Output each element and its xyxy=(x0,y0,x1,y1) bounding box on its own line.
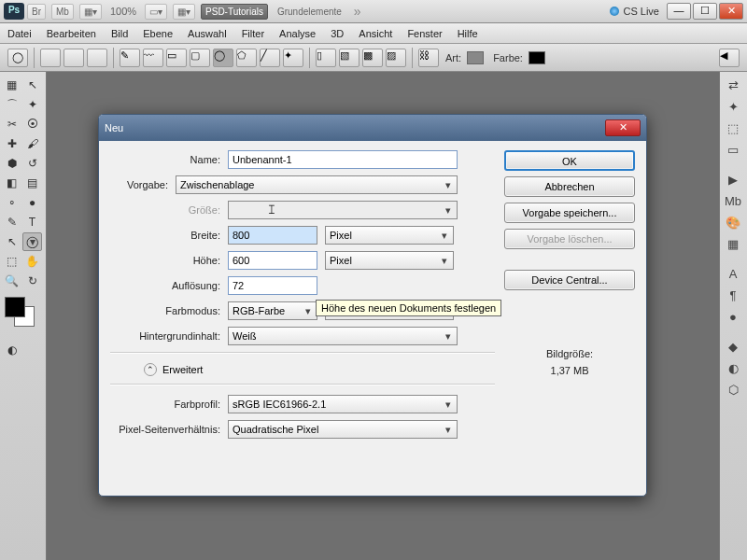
hoehe-input[interactable] xyxy=(228,251,317,270)
line-shape-icon[interactable]: ╱ xyxy=(260,49,280,67)
minimize-button[interactable]: — xyxy=(667,3,691,20)
blur-tool-icon[interactable]: ∘ xyxy=(2,193,21,212)
app-titlebar: Ps Br Mb ▦▾ 100% ▭▾ ▦▾ PSD-Tutorials Gru… xyxy=(0,0,747,23)
pathop-4-icon[interactable]: ▨ xyxy=(386,49,406,67)
lasso-tool-icon[interactable]: ⌒ xyxy=(2,95,21,114)
menu-ansicht[interactable]: Ansicht xyxy=(359,28,392,39)
screen-mode-button[interactable]: ▦▾ xyxy=(79,4,102,20)
breite-unit-select[interactable]: Pixel xyxy=(325,226,454,245)
character-panel-icon[interactable]: A xyxy=(723,264,743,283)
farbmodus-select[interactable]: RGB-Farbe xyxy=(228,301,317,320)
pathop-1-icon[interactable]: ▯ xyxy=(316,49,336,67)
cs-live-button[interactable]: CS Live xyxy=(610,6,659,17)
rectangle-shape-icon[interactable]: ▭ xyxy=(166,49,187,67)
minibridge-panel-icon[interactable]: Mb xyxy=(723,191,743,210)
freeform-pen-icon[interactable]: 〰 xyxy=(143,49,163,67)
hand-tool-icon[interactable]: ✋ xyxy=(22,252,42,271)
view-extras-button[interactable]: ▭▾ xyxy=(145,4,167,20)
minibridge-button[interactable]: Mb xyxy=(51,4,74,20)
menu-filter[interactable]: Filter xyxy=(242,28,264,39)
aufloesung-input[interactable] xyxy=(228,276,317,295)
cancel-button[interactable]: Abbrechen xyxy=(504,176,635,197)
overflow-chevron-icon[interactable]: » xyxy=(354,4,361,19)
pathop-2-icon[interactable]: ▧ xyxy=(339,49,359,67)
history-brush-tool-icon[interactable]: ↺ xyxy=(22,154,42,173)
paths-button[interactable] xyxy=(63,49,84,67)
type-tool-icon[interactable]: T xyxy=(22,213,42,231)
quickmask-icon[interactable]: ◐ xyxy=(2,341,21,359)
hoehe-unit-select[interactable]: Pixel xyxy=(325,251,454,270)
link-icon[interactable]: ⛓ xyxy=(418,49,439,67)
color-panel-icon[interactable]: 🎨 xyxy=(723,213,743,231)
workspace-psd-tutorials-tab[interactable]: PSD-Tutorials xyxy=(201,4,268,20)
navigator-panel-icon[interactable]: ▶ xyxy=(723,170,743,189)
name-input[interactable] xyxy=(228,150,458,169)
dialog-close-button[interactable]: ✕ xyxy=(605,119,641,136)
bridge-button[interactable]: Br xyxy=(27,4,46,20)
styles-panel-icon[interactable]: ⬚ xyxy=(723,119,743,137)
menu-3d[interactable]: 3D xyxy=(331,28,344,39)
active-tool-icon[interactable]: ◯ xyxy=(7,49,28,67)
menu-auswahl[interactable]: Auswahl xyxy=(188,28,227,39)
menu-analyse[interactable]: Analyse xyxy=(279,28,316,39)
menu-bearbeiten[interactable]: Bearbeiten xyxy=(47,28,96,39)
erweitert-toggle[interactable]: ⌃ Erweitert xyxy=(144,363,495,376)
path-select-tool-icon[interactable]: ↖ xyxy=(2,232,21,251)
style-swatch[interactable] xyxy=(467,51,484,64)
shape-tool-icon[interactable]: ◯ xyxy=(22,232,42,251)
rotate-tool-icon[interactable]: ↻ xyxy=(22,272,42,290)
fg-bg-swatch[interactable] xyxy=(5,297,41,334)
wand-tool-icon[interactable]: ✦ xyxy=(22,95,42,114)
vorgabe-select[interactable]: Zwischenablage xyxy=(176,175,458,194)
move-tool-icon[interactable]: ▦ xyxy=(2,76,21,94)
info-panel-icon[interactable]: ● xyxy=(723,307,743,326)
channels-panel-icon[interactable]: ◐ xyxy=(723,358,743,377)
ellipse-shape-icon[interactable]: ◯ xyxy=(213,49,233,67)
pathop-3-icon[interactable]: ▩ xyxy=(362,49,383,67)
save-preset-button[interactable]: Vorgabe speichern... xyxy=(504,203,635,223)
menu-bild[interactable]: Bild xyxy=(111,28,128,39)
swatches-panel-icon[interactable]: ▦ xyxy=(723,234,743,253)
masks-panel-icon[interactable]: ◆ xyxy=(723,337,743,356)
pen-tool-icon[interactable]: ✎ xyxy=(120,49,140,67)
shape-layers-button[interactable] xyxy=(40,49,61,67)
close-button[interactable]: ✕ xyxy=(719,3,743,20)
marquee-tool-icon[interactable]: ↖ xyxy=(22,76,42,94)
paths-panel-icon[interactable]: ⬡ xyxy=(723,380,743,399)
menu-fenster[interactable]: Fenster xyxy=(407,28,442,39)
zoom-tool-icon[interactable]: 🔍 xyxy=(2,272,21,290)
ok-button[interactable]: OK xyxy=(504,150,635,171)
brushes-panel-icon[interactable]: ✦ xyxy=(723,97,743,116)
layers-panel-icon[interactable]: ▭ xyxy=(723,140,743,159)
zoom-level[interactable]: 100% xyxy=(110,6,136,17)
crop-tool-icon[interactable]: ✂ xyxy=(2,115,21,133)
menu-hilfe[interactable]: Hilfe xyxy=(458,28,478,39)
ratio-select[interactable]: Quadratische Pixel xyxy=(228,420,458,439)
workspace-grundelemente-tab[interactable]: Grundelemente xyxy=(274,5,345,19)
gradient-tool-icon[interactable]: ▤ xyxy=(22,174,42,192)
device-central-button[interactable]: Device Central... xyxy=(504,270,635,290)
pen-tool-icon[interactable]: ✎ xyxy=(2,213,21,231)
fill-pixels-button[interactable] xyxy=(87,49,107,67)
farbprofil-select[interactable]: sRGB IEC61966-2.1 xyxy=(228,395,458,413)
paragraph-panel-icon[interactable]: ¶ xyxy=(723,286,743,304)
brush-tool-icon[interactable]: 🖌 xyxy=(22,134,42,153)
polygon-shape-icon[interactable]: ⬠ xyxy=(236,49,257,67)
menu-ebene[interactable]: Ebene xyxy=(143,28,173,39)
eraser-tool-icon[interactable]: ◧ xyxy=(2,174,21,192)
eyedropper-tool-icon[interactable]: ⦿ xyxy=(22,115,42,133)
menu-datei[interactable]: Datei xyxy=(7,28,32,39)
adjustments-panel-icon[interactable]: ⇄ xyxy=(723,76,743,94)
rounded-rect-shape-icon[interactable]: ▢ xyxy=(190,49,210,67)
maximize-button[interactable]: ☐ xyxy=(693,3,717,20)
3d-tool-icon[interactable]: ⬚ xyxy=(2,252,21,271)
stamp-tool-icon[interactable]: ⬢ xyxy=(2,154,21,173)
color-swatch[interactable] xyxy=(529,51,545,64)
breite-input[interactable] xyxy=(228,226,317,245)
hintergrund-select[interactable]: Weiß xyxy=(228,327,458,345)
panel-collapse-icon[interactable]: ◀ xyxy=(719,49,740,67)
arrange-button[interactable]: ▦▾ xyxy=(173,4,195,20)
dodge-tool-icon[interactable]: ● xyxy=(22,193,42,212)
custom-shape-icon[interactable]: ✦ xyxy=(283,49,303,67)
healing-tool-icon[interactable]: ✚ xyxy=(2,134,21,153)
